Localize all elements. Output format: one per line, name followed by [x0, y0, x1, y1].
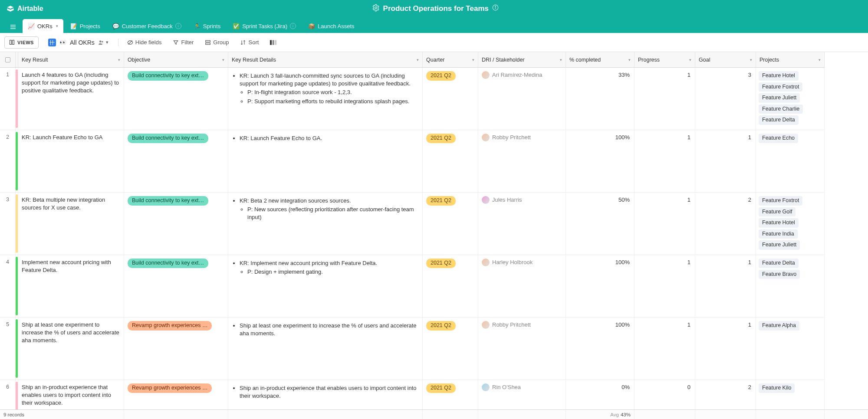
view-toolbar: VIEWS 👀 All OKRs ▾ Hide fields Filter Gr… — [0, 33, 868, 52]
svg-rect-7 — [10, 40, 12, 45]
app-logo[interactable]: Airtable — [6, 4, 43, 13]
tab-emoji-icon: ✅ — [233, 23, 240, 29]
tab-projects[interactable]: 📝Projects — [65, 19, 105, 33]
svg-rect-8 — [13, 40, 14, 45]
views-button[interactable]: VIEWS — [4, 36, 39, 49]
tab-emoji-icon: 🏃 — [194, 23, 201, 29]
tab-launch-assets[interactable]: 📦Launch Assets — [303, 19, 360, 33]
tab-customer-feedback[interactable]: 💬Customer Feedbacki — [107, 19, 187, 33]
svg-point-9 — [99, 40, 102, 43]
svg-rect-12 — [206, 40, 210, 42]
info-icon[interactable] — [492, 4, 499, 13]
grid-view-icon — [48, 39, 56, 46]
svg-point-3 — [495, 6, 496, 7]
filter-button[interactable]: Filter — [170, 37, 196, 47]
svg-rect-16 — [275, 40, 277, 45]
tab-emoji-icon: 💬 — [112, 23, 119, 29]
info-icon: i — [290, 23, 296, 29]
hide-fields-button[interactable]: Hide fields — [125, 37, 164, 47]
airtable-logo-icon — [6, 4, 15, 13]
sort-button[interactable]: Sort — [237, 37, 261, 47]
gear-icon — [372, 4, 380, 14]
view-picker[interactable]: 👀 All OKRs ▾ — [45, 36, 112, 49]
svg-rect-13 — [206, 43, 210, 45]
base-title[interactable]: Product Operations for Teams — [383, 4, 489, 13]
tab-emoji-icon: 📦 — [308, 23, 315, 29]
info-icon: i — [175, 23, 181, 29]
color-button[interactable] — [267, 38, 279, 47]
tab-sprint-tasks-jira-[interactable]: ✅Sprint Tasks (Jira)i — [227, 19, 301, 33]
eyes-icon: 👀 — [59, 39, 66, 46]
tab-okrs[interactable]: 📈OKRs▾ — [23, 19, 63, 33]
chevron-down-icon: ▾ — [106, 39, 108, 45]
tab-emoji-icon: 📈 — [28, 23, 35, 29]
svg-point-10 — [102, 41, 103, 43]
group-button[interactable]: Group — [202, 37, 231, 47]
menu-button[interactable] — [7, 21, 19, 33]
svg-rect-15 — [273, 40, 274, 45]
app-name: Airtable — [17, 5, 43, 13]
chevron-down-icon: ▾ — [56, 24, 58, 28]
table-tabs: 📈OKRs▾📝Projects💬Customer Feedbacki🏃Sprin… — [0, 17, 868, 33]
view-name: All OKRs — [70, 39, 95, 46]
svg-rect-14 — [270, 40, 272, 45]
tab-emoji-icon: 📝 — [70, 23, 77, 29]
tab-sprints[interactable]: 🏃Sprints — [188, 19, 226, 33]
svg-point-0 — [375, 7, 377, 9]
